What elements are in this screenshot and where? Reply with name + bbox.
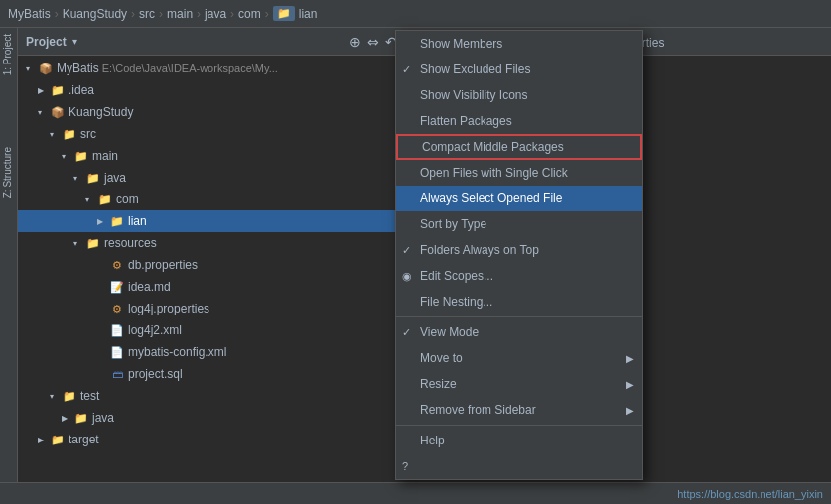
status-bar: https://blog.csdn.net/lian_yixin — [0, 482, 831, 504]
breadcrumb-sep4: › — [197, 7, 201, 21]
menu-resize[interactable]: Remove from Sidebar ▶ — [396, 397, 642, 423]
menu-help-question: ? — [402, 460, 408, 472]
tree-lian[interactable]: ▶ 📁 lian — [18, 210, 405, 232]
breadcrumb: MyBatis › KuangStudy › src › main › java… — [0, 0, 831, 28]
breadcrumb-main[interactable]: main — [167, 7, 193, 21]
menu-edit-scopes-radio: ◉ — [402, 270, 412, 283]
target-label: target — [69, 433, 99, 446]
panel-title: Project — [26, 35, 67, 49]
menu-always-select[interactable]: Always Select Opened File — [396, 186, 642, 211]
resources-label: resources — [104, 236, 157, 250]
sidebar-tab-project[interactable]: 1: Project — [0, 28, 17, 81]
menu-compact-middle[interactable]: Compact Middle Packages — [396, 134, 642, 160]
idea-icon: 📁 — [50, 82, 66, 98]
java-icon: 📁 — [85, 170, 101, 186]
lian-label: lian — [128, 214, 147, 228]
test-arrow: ▾ — [50, 392, 62, 401]
collapse-icon[interactable]: ⇔ — [367, 34, 379, 50]
tree-log4j2-xml[interactable]: 📄 log4j2.xml — [18, 319, 405, 341]
log4j-props-label: log4j.properties — [128, 302, 209, 315]
com-arrow: ▾ — [85, 195, 97, 204]
tree-test[interactable]: ▾ 📁 test — [18, 385, 405, 407]
test-java-arrow: ▶ — [62, 414, 73, 423]
menu-help[interactable]: ? — [396, 453, 642, 479]
breadcrumb-lian[interactable]: lian — [299, 7, 318, 21]
log4j2-xml-label: log4j2.xml — [128, 323, 182, 337]
menu-group-tabs-label: View Mode — [420, 325, 634, 339]
src-icon: 📁 — [62, 126, 77, 142]
tree-java[interactable]: ▾ 📁 java — [18, 167, 405, 189]
project-panel-header: Project ▾ ⊕ ⇔ ↶ — [18, 28, 405, 56]
tree-container: ▾ 📦 MyBatis E:\Code\Java\IDEA-workspace\… — [18, 56, 405, 504]
tree-idea[interactable]: ▶ 📁 .idea — [18, 79, 405, 101]
menu-resize-label: Remove from Sidebar — [420, 403, 626, 417]
main-label: main — [92, 149, 118, 163]
tree-log4j-props[interactable]: ⚙ log4j.properties — [18, 298, 405, 319]
kuangstudy-arrow: ▾ — [38, 108, 50, 117]
menu-move-to-label: Resize — [420, 377, 626, 391]
breadcrumb-mybatis[interactable]: MyBatis — [8, 7, 51, 21]
menu-flatten-packages[interactable]: Flatten Packages — [396, 108, 642, 134]
menu-resize-arrow: ▶ — [626, 405, 634, 416]
breadcrumb-java[interactable]: java — [205, 7, 226, 21]
breadcrumb-kuangstudy[interactable]: KuangStudy — [63, 7, 127, 21]
menu-group-tabs[interactable]: ✓ View Mode — [396, 319, 642, 345]
menu-flatten-label: Flatten Packages — [420, 114, 634, 128]
tree-mybatis-xml[interactable]: 📄 mybatis-config.xml — [18, 341, 405, 363]
tree-idea-md[interactable]: 📝 idea.md — [18, 276, 405, 298]
com-icon: 📁 — [97, 191, 113, 207]
resources-icon: 📁 — [85, 235, 101, 251]
root-arrow: ▾ — [26, 64, 38, 73]
com-label: com — [116, 192, 139, 206]
log4j2-xml-icon: 📄 — [109, 322, 125, 338]
menu-remove-sidebar[interactable]: Help — [396, 428, 642, 453]
idea-label: .idea — [69, 83, 94, 97]
target-icon: 📁 — [50, 432, 66, 447]
tree-resources[interactable]: ▾ 📁 resources — [18, 232, 405, 254]
locate-icon[interactable]: ⊕ — [349, 34, 361, 50]
kuangstudy-label: KuangStudy — [69, 105, 133, 119]
menu-view-mode[interactable]: Move to ▶ — [396, 345, 642, 371]
project-sql-icon: 🗃 — [109, 366, 125, 382]
src-arrow: ▾ — [50, 130, 62, 139]
menu-sort-type[interactable]: Sort by Type — [396, 211, 642, 237]
menu-sort-type-label: Sort by Type — [420, 217, 634, 231]
root-icon: 📦 — [38, 61, 54, 76]
menu-show-members[interactable]: Show Members — [396, 31, 642, 57]
tree-main[interactable]: ▾ 📁 main — [18, 145, 405, 167]
panel-arrow[interactable]: ▾ — [72, 36, 77, 47]
menu-show-visibility[interactable]: Show Visibility Icons — [396, 82, 642, 108]
menu-folders-top-label: Folders Always on Top — [420, 243, 634, 257]
panel-actions: ⊕ ⇔ ↶ — [349, 34, 397, 50]
tree-root[interactable]: ▾ 📦 MyBatis E:\Code\Java\IDEA-workspace\… — [18, 58, 405, 79]
menu-show-excluded[interactable]: ✓ Show Excluded Files — [396, 57, 642, 82]
menu-group-tabs-check: ✓ — [402, 326, 411, 339]
src-label: src — [80, 127, 96, 141]
main-arrow: ▾ — [62, 152, 73, 161]
tree-com[interactable]: ▾ 📁 com — [18, 189, 405, 210]
tree-test-java[interactable]: ▶ 📁 java — [18, 407, 405, 429]
root-path: E:\Code\Java\IDEA-workspace\My... — [99, 63, 278, 74]
mybatis-xml-icon: 📄 — [109, 344, 125, 360]
menu-sep1 — [396, 316, 642, 317]
tree-project-sql[interactable]: 🗃 project.sql — [18, 363, 405, 385]
menu-edit-scopes[interactable]: ◉ Edit Scopes... — [396, 263, 642, 289]
tree-kuangstudy[interactable]: ▾ 📦 KuangStudy — [18, 101, 405, 123]
menu-file-nesting[interactable]: File Nesting... — [396, 289, 642, 315]
menu-folders-top[interactable]: ✓ Folders Always on Top — [396, 237, 642, 263]
sidebar-tab-structure[interactable]: Z: Structure — [0, 141, 17, 204]
menu-show-excluded-label: Show Excluded Files — [420, 63, 634, 76]
menu-open-single-click[interactable]: Open Files with Single Click — [396, 160, 642, 186]
breadcrumb-sep1: › — [55, 7, 59, 21]
menu-show-excluded-check: ✓ — [402, 63, 411, 76]
mybatis-xml-label: mybatis-config.xml — [128, 345, 226, 359]
tree-src[interactable]: ▾ 📁 src — [18, 123, 405, 145]
menu-move-to[interactable]: Resize ▶ — [396, 371, 642, 397]
tree-db-props[interactable]: ⚙ db.properties — [18, 254, 405, 276]
root-label: MyBatis — [57, 62, 99, 75]
menu-edit-scopes-label: Edit Scopes... — [420, 269, 634, 283]
breadcrumb-lian-icon: 📁 — [273, 6, 295, 21]
breadcrumb-src[interactable]: src — [139, 7, 155, 21]
breadcrumb-com[interactable]: com — [238, 7, 261, 21]
tree-target[interactable]: ▶ 📁 target — [18, 429, 405, 450]
